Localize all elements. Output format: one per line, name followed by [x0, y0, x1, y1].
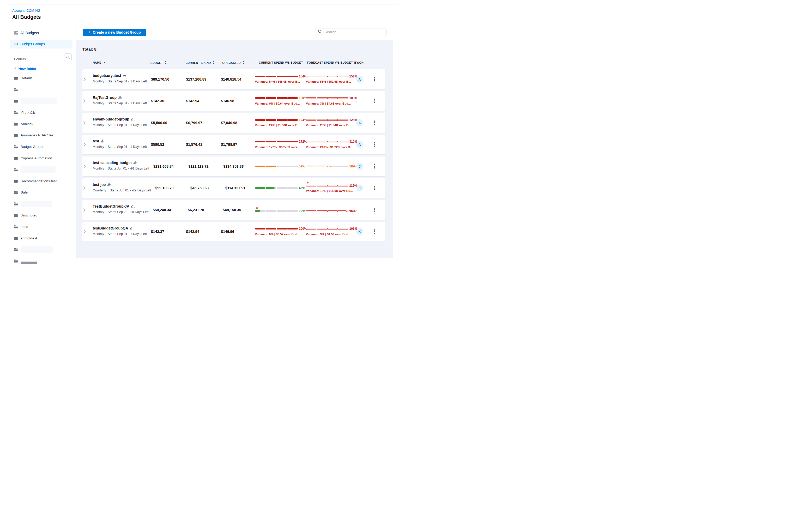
folder-item--[interactable]: @ . > && — [14, 107, 76, 118]
row-menu-button[interactable] — [373, 163, 376, 170]
app-root: Account: CCM-NG All Budgets All BudgetsB… — [0, 0, 399, 266]
folder-item-cypress-automation[interactable]: Cypress Automation — [14, 153, 76, 164]
expand-row-button[interactable] — [82, 142, 86, 146]
budget-group-name-cell[interactable]: testBudgetGroupQAMonthlyStarts Sep 01 - … — [93, 226, 151, 236]
row-menu-button[interactable] — [373, 228, 376, 235]
budget-group-row-testbudgetgroupqa: testBudgetGroupQAMonthlyStarts Sep 01 - … — [82, 222, 385, 242]
sort-icon — [165, 61, 167, 64]
folder-label: Unscripted — [21, 213, 38, 217]
folder-item-recommendations-test[interactable]: Recommendations test — [14, 175, 76, 187]
folder-icon — [14, 134, 18, 137]
avatar: J — [356, 185, 363, 192]
budget-group-name: budgetsuryatest — [93, 74, 121, 78]
forecast-spend-vs-budget-bar — [306, 76, 348, 77]
by-on-empty: - — [356, 99, 357, 103]
row-menu-button[interactable] — [373, 76, 376, 82]
main-content: +Create a new Budget Group Total: 8 NAME… — [76, 23, 399, 266]
folder-item-abhinav[interactable]: Abhinav — [14, 118, 76, 130]
current-percent-label: 12% — [299, 209, 305, 213]
hierarchy-icon — [130, 227, 134, 230]
row-menu-button[interactable] — [373, 141, 376, 148]
piggy-bank-icon — [14, 42, 18, 46]
folder-item-redacted[interactable] — [14, 255, 76, 266]
budget-amount: $231,608.84 — [153, 164, 189, 169]
folder-item-sahil[interactable]: Sahil — [14, 187, 76, 198]
expand-row-button[interactable] — [82, 208, 86, 212]
column-header-current-spend[interactable]: CURRENT SPEND — [186, 61, 215, 64]
grid-icon — [14, 31, 18, 35]
folder-icon — [14, 88, 18, 91]
column-header-label: NAME — [93, 61, 101, 64]
budget-schedule: QuarterlyStarts Jun 01 - -29 Days Left — [93, 188, 151, 192]
sidebar-item-all-budgets[interactable]: All Budgets — [10, 29, 73, 37]
variance-label: Variance: 58% | $51.6K over B... — [306, 79, 351, 84]
expand-row-button[interactable] — [82, 230, 86, 233]
expand-row-button[interactable] — [82, 186, 86, 190]
by-on-empty: - — [356, 208, 357, 212]
column-header-forecasted[interactable]: FORECASTED — [221, 61, 245, 64]
folder-item-redacted[interactable] — [14, 244, 76, 255]
row-menu-button[interactable] — [373, 119, 376, 126]
expand-row-button[interactable] — [82, 165, 86, 168]
budget-period: Monthly — [93, 232, 104, 236]
budget-group-name: test-cascading-budget — [93, 160, 132, 165]
budget-period: Monthly — [93, 210, 104, 214]
budget-period: Quarterly — [93, 189, 106, 192]
folder-item-abcd[interactable]: abcd — [14, 221, 76, 232]
forecast-spend-vs-budget-bar — [306, 119, 348, 121]
budget-window: Starts Jun 01 - -29 Days Left — [110, 189, 151, 192]
row-menu-button[interactable] — [373, 207, 376, 213]
budget-schedule: MonthlyStarts Sep 01 - 1 Days Left — [93, 145, 147, 149]
folder-item-budget-groups[interactable]: Budget Groups — [14, 141, 76, 153]
budget-group-name-cell[interactable]: testMonthlyStarts Sep 01 - 1 Days Left — [93, 139, 151, 149]
folder-item-anomalies-rbac-test[interactable]: Anomalies RBAC test — [14, 130, 76, 141]
spend-vs-budget-cell: 12%96% — [255, 200, 356, 220]
budget-group-name-cell[interactable]: budgetsuryatestMonthlyStarts Sep 01 - 1 … — [93, 74, 151, 83]
folder-item-redacted[interactable] — [14, 164, 76, 175]
create-budget-group-button[interactable]: +Create a new Budget Group — [83, 29, 146, 36]
forecasted-amount: $134,353.83 — [223, 164, 258, 169]
budget-group-name-cell[interactable]: shyam-budget-groupMonthlyStarts Sep 01 -… — [93, 117, 151, 127]
expand-row-button[interactable] — [82, 99, 86, 103]
folder-item-default[interactable]: Default — [14, 73, 76, 84]
budget-schedule: MonthlyStarts Sep 01 - 1 Days Left — [93, 79, 147, 83]
page-title: All Budgets — [12, 14, 41, 20]
forecasted-amount: $146.98 — [221, 99, 256, 103]
hierarchy-icon — [123, 74, 126, 77]
by-on-avatar: J — [356, 185, 363, 192]
budget-group-name-cell[interactable]: test-cascading-budgetMonthlyStarts Jun 0… — [93, 160, 153, 171]
sidebar-item-budget-groups[interactable]: Budget Groups — [10, 40, 73, 49]
new-folder-button[interactable]: +New folder — [14, 66, 37, 72]
folder-label: Recommendations test — [21, 179, 57, 183]
search-input[interactable] — [324, 30, 384, 34]
row-menu-button[interactable] — [373, 185, 376, 191]
folder-label: ! — [21, 88, 22, 92]
column-header-name[interactable]: NAME — [93, 61, 106, 64]
folder-item--[interactable]: ! — [14, 84, 76, 95]
forecast-spend-vs-budget-bar — [306, 97, 348, 99]
folder-search-button[interactable] — [64, 54, 72, 61]
budget-group-name-cell[interactable]: test-joeQuarterlyStarts Jun 01 - -29 Day… — [93, 182, 155, 192]
schedule-separator — [106, 210, 106, 214]
account-breadcrumb[interactable]: Account: CCM-NG — [12, 8, 40, 13]
budget-group-name-cell[interactable]: TestBudgetGroup-JAMonthlyStarts Sep 20 -… — [93, 204, 153, 214]
spend-vs-budget-cell: 52%58% — [255, 156, 356, 176]
folder-item-redacted[interactable] — [14, 95, 76, 107]
folder-item-anmol-test[interactable]: anmol-test — [14, 232, 76, 244]
folder-item-unscripted[interactable]: Unscripted — [14, 210, 76, 221]
expand-row-button[interactable] — [82, 77, 86, 81]
row-menu-button[interactable] — [373, 98, 376, 104]
folder-item-redacted[interactable] — [14, 198, 76, 210]
column-header-budget[interactable]: BUDGET — [150, 61, 167, 64]
folder-icon — [14, 99, 18, 103]
expand-row-button[interactable] — [82, 121, 86, 125]
current-spend-vs-budget-bar — [255, 119, 298, 121]
search-icon — [318, 30, 322, 35]
current-spend-vs-budget-bar — [255, 141, 298, 142]
budget-group-name-cell[interactable]: RajTestGroupMonthlyStarts Sep 01 - 1 Day… — [93, 95, 151, 105]
spend-vs-budget-cell: 272%Variance: 172% | $995.89 over...310%… — [255, 135, 358, 155]
column-header-label: FORECASTED — [221, 61, 241, 64]
folder-icon — [14, 156, 18, 160]
budget-amount: $89,170.50 — [151, 77, 186, 81]
variance-label: Variance: 28% | $1.54K over B... — [306, 123, 351, 127]
